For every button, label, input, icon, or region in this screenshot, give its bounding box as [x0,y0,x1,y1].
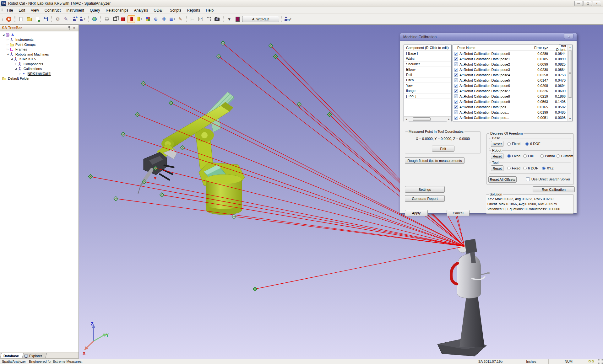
collapse-icon[interactable]: ◢ [14,67,18,70]
scroll-left-icon[interactable]: ◄ [404,117,409,121]
measurement-marker[interactable] [114,196,118,201]
wire-cube-icon[interactable] [111,15,119,23]
component-list[interactable]: Component (R-Click to edit) [ Base ]Wais… [404,45,452,121]
settings-button[interactable]: Settings [405,186,445,193]
tree-item-default-folder[interactable]: Default Folder [0,76,79,81]
pose-row[interactable]: ✓A::Robot Calibration Data::pose00.02890… [453,51,568,56]
edit-button[interactable]: Edit [432,146,454,152]
close-button[interactable]: × [593,1,601,6]
menu-instrument[interactable]: Instrument [63,7,87,13]
menu-relationships[interactable]: Relationships [103,7,131,13]
pose-table[interactable]: Pose Name Error xyz Error Orient. ✓A::Ro… [453,45,573,121]
tree-item-kuka-kr-5[interactable]: ◢Kuka KR 5 [0,57,79,62]
expand-icon[interactable]: ▷ [14,63,18,65]
expand-icon[interactable]: ▷ [18,72,22,75]
pose-checkbox[interactable]: ✓ [454,52,458,56]
expand-icon[interactable]: ▷ [6,38,9,41]
radio-tool-xyz[interactable]: XYZ [542,166,553,170]
pose-checkbox[interactable]: ✓ [454,116,458,120]
menu-file[interactable]: File [4,7,16,13]
radio-base-fixed[interactable]: Fixed [507,142,520,146]
pose-checkbox[interactable]: ✓ [454,84,458,88]
measurement-marker[interactable] [121,132,125,136]
pose-checkbox[interactable]: ✓ [454,110,458,114]
component-item[interactable]: Roll [404,72,451,78]
radio-robot-partial[interactable]: Partial [540,154,555,158]
tree-item-label[interactable]: Kuka KR 5 [19,57,37,61]
measurement-marker[interactable] [135,112,139,117]
tree-item-label[interactable]: Default Folder [7,77,30,80]
menu-gdt[interactable]: GD&T [151,7,167,13]
reset-all-offsets-button[interactable]: Reset All Offsets [488,176,517,183]
tree-item-label[interactable]: Robots and Machines [15,52,49,56]
pose-row[interactable]: ✓A::Robot Calibration Data::pos...0.0199… [453,110,568,115]
expand-icon[interactable]: ▷ [6,43,9,46]
measurement-marker[interactable] [141,81,145,86]
more-dropdown-icon[interactable]: ▾ [225,15,233,23]
world-frame-select[interactable]: A::WORLD [242,15,280,23]
hscroll-thumb[interactable] [413,117,431,121]
pan-arrows-icon[interactable]: ✚ [160,15,168,23]
rough-fit-button[interactable]: Rough-fit tool tips to measurements [405,157,464,164]
pose-row[interactable]: ✓A::Robot Calibration Data::pose40.02580… [453,72,568,78]
yellow-cylinder-icon[interactable]: ▾ [136,15,143,23]
measurement-marker[interactable] [160,193,164,197]
pose-checkbox[interactable]: ✓ [454,89,458,93]
measurement-marker[interactable] [181,146,185,150]
walk-person-icon[interactable]: ▾ [79,15,86,23]
measurement-marker[interactable] [297,102,302,106]
component-item[interactable]: Shoulder [404,62,451,67]
pose-row[interactable]: ✓A::Robot Calibration Data::pose30.02300… [453,67,568,72]
radio-icon[interactable] [507,142,511,146]
pose-vscrollbar[interactable]: ▲ ▼ [568,45,572,121]
tree-item-label[interactable]: Instruments [15,38,34,41]
laser-tracker[interactable] [437,239,490,356]
component-item[interactable]: Yaw [404,83,451,88]
measurement-marker[interactable] [253,287,257,291]
radio-robot-custom[interactable]: Custom [557,154,573,158]
menu-analysis[interactable]: Analysis [131,7,151,13]
pose-row[interactable]: ✓A::Robot Calibration Data::pos...0.0051… [453,115,568,120]
wire-sphere-icon[interactable] [103,15,111,23]
color-grid-icon[interactable] [144,15,151,23]
dialog-titlebar[interactable]: Machine Calibration × [400,33,577,41]
tree-item-a[interactable]: ◢A [0,32,79,37]
component-item[interactable]: [ Base ] [404,51,451,56]
pose-row[interactable]: ✓A::Robot Calibration Data::pose20.00990… [453,62,568,67]
solid-cube-icon[interactable] [119,15,127,23]
expand-icon[interactable]: ▷ [6,48,9,51]
chevron-down-icon[interactable]: ▾ [290,18,291,20]
reset-button-robot[interactable]: Reset [491,153,503,159]
collapse-icon[interactable]: ◢ [10,58,14,60]
radio-icon[interactable] [540,154,544,158]
instrument-jump-icon[interactable]: ▾ [284,15,292,23]
pose-checkbox[interactable]: ✓ [454,68,458,72]
radio-robot-fixed[interactable]: Fixed [507,154,520,158]
snapshot-camera-icon[interactable] [213,15,221,23]
radio-icon[interactable] [507,154,511,158]
pose-row[interactable]: ✓A::Robot Calibration Data::pos...0.0165… [453,104,568,110]
scroll-down-icon[interactable]: ▼ [568,116,572,121]
pose-row[interactable]: ✓A::Robot Calibration Data::pose60.02080… [453,83,568,88]
pose-row[interactable]: ✓A::Robot Calibration Data::pose10.01850… [453,56,568,62]
radio-tool-6-dof[interactable]: 6 DOF [523,166,538,170]
radio-tool-fixed[interactable]: Fixed [507,166,520,170]
tab-database[interactable]: Database [0,353,24,358]
tree-item-robots-and-machines[interactable]: ◢Robots and Machines [0,52,79,57]
kuka-robot[interactable] [138,92,245,215]
menu-help[interactable]: Help [203,7,216,13]
save-icon[interactable] [42,15,49,23]
settings-gear-icon[interactable]: ⚙ [54,15,62,23]
component-item[interactable]: Waist [404,56,451,62]
paint-brush-icon[interactable]: ✎ [177,15,184,23]
pose-checkbox[interactable]: ✓ [454,57,458,61]
tree-item-instruments[interactable]: ▷Instruments [0,37,79,42]
tab-explorer[interactable]: Explorer [21,353,47,358]
checkbox-icon[interactable] [526,177,530,181]
display-list-icon[interactable]: ≣▾ [168,15,176,23]
tree-item-label[interactable]: Calibrations [23,67,42,71]
tree-item-label[interactable]: Components [23,62,44,66]
resize-grip[interactable] [598,359,603,364]
edit-plan-icon[interactable]: ✎ [62,15,70,23]
import-file-icon[interactable] [34,15,41,23]
